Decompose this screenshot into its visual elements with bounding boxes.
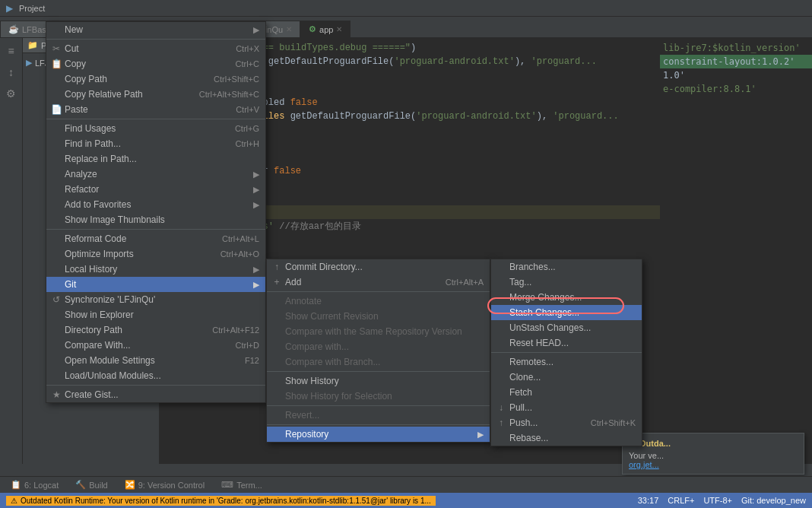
git-annotate[interactable]: Annotate xyxy=(267,294,490,309)
add-icon: + xyxy=(271,277,282,287)
menu-item-add-favorites[interactable]: Add to Favorites ▶ xyxy=(46,197,265,212)
bottom-tab-vcs[interactable]: 🔀 9: Version Control xyxy=(117,478,212,491)
sync-icon: ↺ xyxy=(51,294,62,305)
menu-item-load-modules[interactable]: Load/Unload Modules... xyxy=(46,368,265,383)
title-bar: ▶ Project xyxy=(0,0,812,17)
repo-pull[interactable]: ↓ Pull... xyxy=(491,400,642,415)
menu-item-show-explorer[interactable]: Show in Explorer xyxy=(46,307,265,322)
repo-push[interactable]: ↑ Push... Ctrl+Shift+K xyxy=(491,415,642,430)
menu-item-reformat-code[interactable]: Reformat Code Ctrl+Alt+L xyxy=(46,231,265,246)
menu-item-compare-with[interactable]: Compare With... Ctrl+D xyxy=(46,338,265,353)
menu-item-new[interactable]: New ▶ xyxy=(46,22,265,37)
menu-item-show-thumbnails[interactable]: Show Image Thumbnails xyxy=(46,212,265,227)
menu-item-module-settings[interactable]: Open Module Settings F12 xyxy=(46,353,265,368)
menu-item-copy-path[interactable]: Copy Path Ctrl+Shift+C xyxy=(46,71,265,87)
separator-3 xyxy=(46,229,265,230)
menu-item-copy-relative-path[interactable]: Copy Relative Path Ctrl+Alt+Shift+C xyxy=(46,87,265,102)
git-revert[interactable]: Revert... xyxy=(267,408,490,423)
build-icon: 🔨 xyxy=(75,480,86,490)
status-git-branch: Git: develop_new xyxy=(741,496,806,505)
status-line-ending: CRLF+ xyxy=(668,496,694,505)
gist-icon: ★ xyxy=(51,389,62,400)
git-compare-with[interactable]: Compare with... xyxy=(267,339,490,354)
separator-4 xyxy=(46,385,265,386)
analyze-arrow-icon: ▶ xyxy=(253,170,259,179)
status-bar: ⚠ Outdated Kotlin Runtime: Your version … xyxy=(0,493,812,508)
paste-icon: 📄 xyxy=(51,104,62,115)
notification-body: Your ve... org.jet... xyxy=(629,451,798,469)
menu-item-create-gist[interactable]: ★ Create Gist... xyxy=(46,387,265,402)
repo-sep-1 xyxy=(491,352,642,353)
refactor-arrow-icon: ▶ xyxy=(253,185,259,195)
sidebar-icon-1[interactable]: ≡ xyxy=(2,41,21,61)
menu-item-cut[interactable]: ✂ Cut Ctrl+X xyxy=(46,41,265,56)
status-position: 33:17 xyxy=(638,496,659,505)
repo-remotes[interactable]: Remotes... xyxy=(491,354,642,370)
bottom-tab-terminal[interactable]: ⌨ Term... xyxy=(214,478,270,491)
notification-panel: ⚠ Outda... Your ve... org.jet... xyxy=(622,433,804,475)
git-sep-3 xyxy=(267,405,490,406)
sidebar-icon-3[interactable]: ⚙ xyxy=(2,84,21,103)
arrow-icon: ▶ xyxy=(253,25,259,35)
repo-arrow-icon: ▶ xyxy=(477,430,484,440)
menu-item-replace-in-path[interactable]: Replace in Path... xyxy=(46,151,265,167)
repository-submenu: Branches... Tag... Merge Changes... Stas… xyxy=(490,259,642,446)
right-line-4: e-compiler:8.8.1' xyxy=(660,82,812,96)
project-header-icon: 📁 xyxy=(27,40,38,50)
repo-branches[interactable]: Branches... xyxy=(491,259,642,275)
history-arrow-icon: ▶ xyxy=(253,265,259,275)
repo-unstash-changes[interactable]: UnStash Changes... xyxy=(491,320,642,335)
menu-item-optimize-imports[interactable]: Optimize Imports Ctrl+Alt+O xyxy=(46,246,265,262)
menu-item-directory-path[interactable]: Directory Path Ctrl+Alt+F12 xyxy=(46,322,265,338)
menu-item-git[interactable]: Git ▶ xyxy=(46,277,265,292)
menu-item-copy[interactable]: 📋 Copy Ctrl+C xyxy=(46,56,265,71)
git-show-history-sel[interactable]: Show History for Selection xyxy=(267,389,490,404)
menu-item-refactor[interactable]: Refactor ▶ xyxy=(46,182,265,197)
repo-merge-changes[interactable]: Merge Changes... xyxy=(491,290,642,305)
java-icon: ☕ xyxy=(8,24,19,34)
copy-icon: 📋 xyxy=(51,59,62,69)
bottom-tab-logcat[interactable]: 📋 6: Logcat xyxy=(3,478,66,491)
git-arrow-icon: ▶ xyxy=(253,280,259,290)
bottom-tabs: 📋 6: Logcat 🔨 Build 🔀 9: Version Control… xyxy=(0,476,812,493)
bottom-tab-build[interactable]: 🔨 Build xyxy=(68,478,115,491)
git-repository[interactable]: Repository ▶ xyxy=(267,427,490,442)
context-menu: New ▶ ✂ Cut Ctrl+X 📋 Copy Ctrl+C Copy Pa… xyxy=(46,21,266,403)
git-compare-branch[interactable]: Compare with Branch... xyxy=(267,354,490,370)
menu-item-local-history[interactable]: Local History ▶ xyxy=(46,262,265,277)
gradle-icon: ⚙ xyxy=(309,24,316,34)
right-line-2: constraint-layout:1.0.2' xyxy=(660,55,812,68)
repo-rebase[interactable]: Rebase... xyxy=(491,430,642,446)
git-add[interactable]: + Add Ctrl+Alt+A xyxy=(267,275,490,290)
menu-item-paste[interactable]: 📄 Paste Ctrl+V xyxy=(46,102,265,117)
close-tab3-icon[interactable]: ✕ xyxy=(286,25,292,33)
repo-reset-head[interactable]: Reset HEAD... xyxy=(491,335,642,351)
vcs-icon: 🔀 xyxy=(125,480,135,490)
menu-item-find-in-path[interactable]: Find in Path... Ctrl+H xyxy=(46,136,265,151)
menu-item-find-usages[interactable]: Find Usages Ctrl+G xyxy=(46,121,265,136)
menu-item-analyze[interactable]: Analyze ▶ xyxy=(46,167,265,182)
git-show-history[interactable]: Show History xyxy=(267,373,490,389)
git-show-revision[interactable]: Show Current Revision xyxy=(267,309,490,324)
tab-app[interactable]: ⚙ app ✕ xyxy=(300,21,350,37)
logcat-icon: 📋 xyxy=(11,480,21,490)
menu-item-synchronize[interactable]: ↺ Synchronize 'LFJinQu' xyxy=(46,292,265,307)
commit-icon: ↑ xyxy=(271,262,282,272)
right-code-panel: lib-jre7:$kotlin_version' constraint-lay… xyxy=(660,38,812,464)
git-commit-dir[interactable]: ↑ Commit Directory... xyxy=(267,259,490,275)
git-sep-1 xyxy=(267,291,490,292)
project-icon: ▶ xyxy=(6,3,13,14)
warning-icon-status: ⚠ xyxy=(11,497,17,505)
repo-fetch[interactable]: Fetch xyxy=(491,385,642,400)
sidebar: ≡ ↕ ⚙ xyxy=(0,38,23,464)
close-tab4-icon[interactable]: ✕ xyxy=(336,25,342,33)
sidebar-icon-2[interactable]: ↕ xyxy=(2,62,21,82)
notification-link[interactable]: org.jet... xyxy=(629,460,659,469)
repo-stash-changes[interactable]: Stash Changes... xyxy=(491,305,642,320)
status-encoding: UTF-8+ xyxy=(703,496,732,505)
cut-icon: ✂ xyxy=(51,43,62,54)
git-sep-2 xyxy=(267,371,490,372)
repo-clone[interactable]: Clone... xyxy=(491,370,642,385)
git-compare-same-repo[interactable]: Compare with the Same Repository Version xyxy=(267,324,490,339)
repo-tag[interactable]: Tag... xyxy=(491,275,642,290)
